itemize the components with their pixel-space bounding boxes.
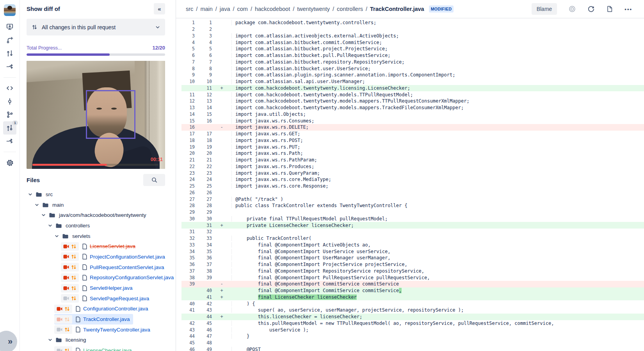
old-line-number[interactable]: 46 <box>181 347 195 351</box>
new-line-number[interactable]: 42 <box>195 301 212 307</box>
new-line-number[interactable]: 2 <box>195 27 212 32</box>
new-line-number[interactable]: 36 <box>195 255 212 261</box>
new-line-number[interactable]: 15 <box>195 112 212 117</box>
new-line-number[interactable]: 49 <box>195 347 212 351</box>
old-line-number[interactable]: 29 <box>181 209 195 215</box>
old-line-number[interactable]: 14 <box>181 112 195 117</box>
tree-file[interactable]: ServletPageRequest.java <box>61 293 152 304</box>
incoming-changes-icon[interactable] <box>3 47 16 60</box>
old-line-number[interactable]: 41 <box>181 307 195 313</box>
old-line-number[interactable]: 38 <box>181 275 195 280</box>
new-line-number[interactable]: 45 <box>195 321 212 326</box>
old-line-number[interactable]: 5 <box>181 46 195 51</box>
tree-file[interactable]: LicenseServlet.java <box>61 241 139 252</box>
code-icon[interactable] <box>3 82 16 95</box>
file-search-button[interactable] <box>143 174 165 186</box>
new-line-number[interactable]: 16 <box>195 118 212 124</box>
tree-folder[interactable]: licensing <box>48 335 89 346</box>
old-line-number[interactable]: 35 <box>181 255 195 261</box>
new-line-number[interactable]: 23 <box>195 170 212 176</box>
fork-icon[interactable] <box>3 135 16 148</box>
new-line-number[interactable]: 1 <box>195 20 212 25</box>
new-line-number[interactable]: 9 <box>195 72 212 78</box>
old-line-number[interactable]: 42 <box>181 321 195 326</box>
new-line-number[interactable]: 12 <box>195 92 212 98</box>
old-line-number[interactable]: 1 <box>181 20 195 25</box>
new-line-number[interactable]: 25 <box>195 183 212 189</box>
new-line-number[interactable]: 34 <box>195 242 212 248</box>
new-line-number[interactable]: 21 <box>195 157 212 163</box>
old-line-number[interactable]: 44 <box>181 333 195 339</box>
pull-request-icon[interactable]: 1 <box>3 121 16 135</box>
old-line-number[interactable]: 7 <box>181 59 195 65</box>
old-line-number[interactable]: 3 <box>181 33 195 39</box>
new-line-number[interactable]: 44 <box>195 314 212 319</box>
old-line-number[interactable]: 19 <box>181 144 195 150</box>
old-line-number[interactable]: 27 <box>181 197 195 202</box>
old-line-number[interactable]: 16 <box>181 124 195 130</box>
tree-file[interactable]: LicenseChecker.java <box>54 345 135 351</box>
tree-folder[interactable]: java/com/hackcodeboot/twentytwenty <box>41 210 149 220</box>
old-line-number[interactable]: 36 <box>181 262 195 267</box>
new-line-number[interactable]: 4 <box>195 40 212 45</box>
new-line-number[interactable]: 41 <box>195 294 212 300</box>
user-avatar[interactable] <box>4 4 16 16</box>
video-progress-track[interactable] <box>32 164 158 166</box>
old-line-number[interactable]: 20 <box>181 151 195 156</box>
old-line-number[interactable]: 23 <box>181 170 195 176</box>
old-line-number[interactable]: 39 <box>181 281 195 287</box>
new-line-number[interactable]: 3 <box>195 33 212 39</box>
settings-gear-icon[interactable] <box>3 156 16 169</box>
new-line-number[interactable]: 11 <box>195 85 212 91</box>
webcam-video-player[interactable]: 00:11 <box>27 61 165 169</box>
old-line-number[interactable]: 25 <box>181 183 195 189</box>
old-line-number[interactable]: 15 <box>181 118 195 124</box>
old-line-number[interactable]: 17 <box>181 131 195 136</box>
new-line-number[interactable]: 32 <box>195 229 212 234</box>
expand-panel-button[interactable]: » <box>0 331 17 351</box>
new-line-number[interactable]: 20 <box>195 151 212 156</box>
blame-button[interactable]: Blame <box>532 3 557 15</box>
old-line-number[interactable]: 28 <box>181 203 195 208</box>
old-line-number[interactable]: 32 <box>181 236 195 241</box>
new-line-number[interactable]: 30 <box>195 216 212 222</box>
tree-file[interactable]: PullRequestContentServlet.java <box>61 262 167 273</box>
tree-file[interactable]: RepositoryConfigurationServlet.java <box>61 273 176 283</box>
new-line-number[interactable]: 47 <box>195 333 212 339</box>
new-line-number[interactable]: 33 <box>195 236 212 241</box>
tree-file[interactable]: ConfigurationController.java <box>54 304 151 314</box>
new-line-number[interactable]: 8 <box>195 66 212 71</box>
new-line-number[interactable]: 6 <box>195 53 212 58</box>
tree-folder[interactable]: servlets <box>54 231 94 241</box>
new-line-number[interactable]: 24 <box>195 177 212 182</box>
new-line-number[interactable]: 7 <box>195 59 212 65</box>
old-line-number[interactable]: 22 <box>181 164 195 169</box>
more-options-button[interactable]: ••• <box>624 6 632 12</box>
refresh-icon[interactable] <box>587 5 595 13</box>
new-line-number[interactable]: 37 <box>195 262 212 267</box>
new-line-number[interactable]: 40 <box>195 288 212 293</box>
old-line-number[interactable]: 10 <box>181 79 195 84</box>
new-line-number[interactable]: 28 <box>195 203 212 208</box>
new-line-number[interactable]: 31 <box>195 223 212 228</box>
old-line-number[interactable]: 4 <box>181 40 195 45</box>
old-line-number[interactable]: 34 <box>181 249 195 254</box>
new-line-number[interactable]: 14 <box>195 105 212 110</box>
old-line-number[interactable]: 31 <box>181 229 195 234</box>
old-line-number[interactable]: 30 <box>181 216 195 222</box>
tree-folder[interactable]: controllers <box>48 220 93 231</box>
fork-create-icon[interactable] <box>3 60 16 73</box>
new-line-number[interactable]: 38 <box>195 268 212 274</box>
old-line-number[interactable]: 45 <box>181 340 195 346</box>
old-line-number[interactable]: 2 <box>181 27 195 32</box>
new-line-number[interactable]: 5 <box>195 46 212 51</box>
tree-folder[interactable]: main <box>34 200 67 210</box>
branch-create-icon[interactable] <box>3 34 16 47</box>
tree-folder[interactable]: src <box>28 189 56 200</box>
new-line-number[interactable]: 48 <box>195 340 212 346</box>
new-line-number[interactable]: 10 <box>195 79 212 84</box>
file-document-icon[interactable] <box>606 5 613 12</box>
old-line-number[interactable]: 8 <box>181 66 195 71</box>
new-line-number[interactable]: 46 <box>195 327 212 333</box>
new-line-number[interactable]: 26 <box>195 190 212 195</box>
